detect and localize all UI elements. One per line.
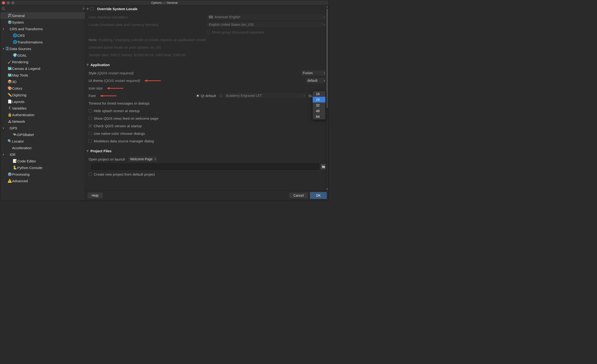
tree-item-icon: ⚙️ bbox=[7, 20, 12, 24]
show-news-checkbox[interactable] bbox=[89, 117, 92, 120]
tree-item-icon: 🌍 bbox=[13, 53, 17, 57]
locale-format-label: Locale (numbers,date and currency format… bbox=[89, 23, 207, 27]
style-dropdown[interactable]: Fusion bbox=[301, 70, 327, 76]
tree-item-icon: 📝 bbox=[13, 159, 17, 163]
application-body: Style (QGIS restart required) Fusion UI … bbox=[85, 68, 329, 147]
options-window: Options — General ◂ 🛠️General⚙️System▾CR… bbox=[0, 0, 329, 201]
tree-item-label: Variables bbox=[12, 106, 26, 110]
sidebar-item-3d[interactable]: 📦3D bbox=[0, 78, 85, 85]
override-locale-checkbox[interactable] bbox=[90, 7, 94, 11]
font-family-dropdown[interactable]: Academy Engraved LET bbox=[224, 93, 306, 99]
scroll-up-icon[interactable]: ▲ bbox=[326, 5, 329, 8]
close-icon[interactable] bbox=[2, 1, 5, 4]
sidebar-item-locator[interactable]: 🔍Locator bbox=[0, 138, 85, 145]
tree-item-icon: 🖌️ bbox=[7, 60, 12, 64]
tree-item-icon: 🐍 bbox=[13, 165, 17, 170]
section-title: Override System Locale bbox=[97, 7, 137, 11]
icon-size-option-48[interactable]: 48 bbox=[313, 108, 325, 114]
sidebar-item-transformations[interactable]: 🌐Transformations bbox=[0, 39, 85, 45]
sidebar-item-canvas-legend[interactable]: 🗺️Canvas & Legend bbox=[0, 65, 85, 72]
tree-item-label: Canvas & Legend bbox=[12, 67, 40, 70]
check-version-label: Check QGIS version at startup bbox=[94, 124, 142, 128]
icon-size-option-32[interactable]: 32 bbox=[313, 102, 325, 108]
sample-locale-label: Sample date: 9/4/22 money: $1000.00 int:… bbox=[89, 53, 186, 57]
hide-splash-checkbox[interactable] bbox=[89, 109, 92, 112]
scroll-down-icon[interactable]: ▼ bbox=[326, 188, 329, 191]
section-override-locale-header[interactable]: ▽ Override System Locale bbox=[85, 5, 329, 12]
svg-point-0 bbox=[2, 7, 4, 9]
tree-item-label: Acceleration bbox=[12, 146, 32, 150]
open-on-launch-dropdown[interactable]: Welcome Page bbox=[128, 156, 157, 162]
chevron-down-icon: ▾ bbox=[2, 47, 5, 50]
vertical-scrollbar[interactable]: ▲ ▼ bbox=[326, 5, 329, 191]
tree-item-icon: 🛠️ bbox=[7, 14, 12, 18]
modeless-checkbox[interactable] bbox=[89, 139, 92, 143]
group-separator-checkbox[interactable] bbox=[207, 31, 210, 34]
create-from-default-checkbox[interactable] bbox=[89, 173, 92, 176]
sidebar-item-network[interactable]: 🖧Network bbox=[0, 118, 85, 125]
font-custom-radio[interactable] bbox=[219, 94, 222, 97]
project-files-body: Open project on launch Welcome Page Crea… bbox=[85, 154, 329, 181]
sidebar-item-gpsbabel[interactable]: 🛰️GPSBabel bbox=[0, 131, 85, 138]
search-input[interactable] bbox=[5, 6, 84, 11]
sidebar-item-crs-and-transforms[interactable]: ▾CRS and Transforms bbox=[0, 25, 85, 32]
ui-translation-dropdown[interactable]: American English bbox=[207, 14, 327, 20]
tree-item-label: CRS bbox=[17, 33, 25, 38]
scrollbar-thumb[interactable] bbox=[326, 9, 328, 108]
tree-item-label: Python Console bbox=[17, 166, 42, 170]
svg-marker-5 bbox=[107, 87, 110, 89]
tree-item-icon: 🎨 bbox=[7, 86, 12, 90]
check-version-checkbox[interactable]: ✓ bbox=[89, 124, 92, 127]
sidebar-item-system[interactable]: ⚙️System bbox=[0, 19, 85, 25]
sidebar-tree: 🛠️General⚙️System▾CRS and Transforms🌐CRS… bbox=[0, 12, 85, 201]
icon-size-option-64[interactable]: 64 bbox=[313, 114, 325, 119]
icon-size-option-16[interactable]: 16 bbox=[313, 91, 325, 97]
font-qt-default-radio[interactable] bbox=[196, 94, 199, 97]
flag-icon bbox=[209, 15, 213, 18]
sidebar-item-data-sources[interactable]: ▾🗄️Data Sources bbox=[0, 45, 85, 52]
minimize-icon[interactable] bbox=[7, 1, 10, 4]
tree-item-label: Map Tools bbox=[12, 73, 28, 77]
sidebar-item-authentication[interactable]: 🔒Authentication bbox=[0, 111, 85, 118]
icon-size-option-24[interactable]: 24 bbox=[313, 97, 325, 102]
tree-item-icon: ✏️ bbox=[7, 93, 12, 97]
ok-button[interactable]: OK bbox=[310, 192, 327, 199]
maximize-icon[interactable] bbox=[12, 1, 14, 4]
chevron-down-icon: ▽ bbox=[86, 63, 89, 66]
theme-dropdown[interactable]: default bbox=[305, 77, 327, 84]
locale-format-dropdown[interactable]: English United States (en_US) bbox=[207, 22, 327, 28]
tree-item-icon: 🔍 bbox=[7, 139, 12, 143]
native-color-checkbox[interactable] bbox=[89, 132, 92, 135]
section-project-files-header[interactable]: ▽ Project Files bbox=[85, 147, 329, 154]
sidebar-item-gps[interactable]: ▾GPS bbox=[0, 125, 85, 131]
cancel-button[interactable]: Cancel bbox=[289, 192, 308, 199]
sidebar-item-layouts[interactable]: 📄Layouts bbox=[0, 98, 85, 105]
project-path-input[interactable] bbox=[91, 163, 319, 170]
sidebar-item-digitizing[interactable]: ✏️Digitizing bbox=[0, 92, 85, 98]
sidebar-item-processing[interactable]: ⚙️Processing bbox=[0, 171, 85, 178]
sidebar-item-python-console[interactable]: 🐍Python Console bbox=[0, 164, 85, 171]
sidebar-item-general[interactable]: 🛠️General bbox=[0, 12, 85, 19]
scroll-area[interactable]: ▽ Override System Locale User interface … bbox=[85, 5, 329, 191]
sidebar-item-acceleration[interactable]: Acceleration bbox=[0, 145, 85, 151]
section-title: Application bbox=[90, 63, 110, 67]
sidebar-item-map-tools[interactable]: 🗺️Map Tools bbox=[0, 72, 85, 78]
tree-item-icon: 🗄️ bbox=[5, 46, 10, 51]
sidebar-item-code-editor[interactable]: 📝Code Editor bbox=[0, 158, 85, 164]
section-application-header[interactable]: ▽ Application bbox=[85, 61, 329, 68]
hide-splash-label: Hide splash screen at startup bbox=[94, 109, 140, 113]
help-button[interactable]: Help bbox=[87, 192, 103, 199]
svg-line-1 bbox=[4, 9, 5, 10]
chevron-down-icon: ▾ bbox=[2, 28, 5, 30]
tree-item-icon: 🌐 bbox=[13, 33, 17, 38]
sidebar-item-crs[interactable]: 🌐CRS bbox=[0, 32, 85, 39]
tree-item-label: 3D bbox=[12, 80, 16, 84]
sidebar-item-gdal[interactable]: 🌍GDAL bbox=[0, 52, 85, 59]
tree-item-label: Network bbox=[12, 119, 25, 124]
sidebar-item-advanced[interactable]: ⚠️Advanced bbox=[0, 178, 85, 184]
sidebar-item-ide[interactable]: ▾IDE bbox=[0, 151, 85, 158]
sidebar-item-rendering[interactable]: 🖌️Rendering bbox=[0, 59, 85, 65]
sidebar-collapse-button[interactable]: ◂ bbox=[82, 6, 85, 10]
sidebar-item-variables[interactable]: ℇVariables bbox=[0, 105, 85, 111]
sidebar-item-colors[interactable]: 🎨Colors bbox=[0, 85, 85, 92]
